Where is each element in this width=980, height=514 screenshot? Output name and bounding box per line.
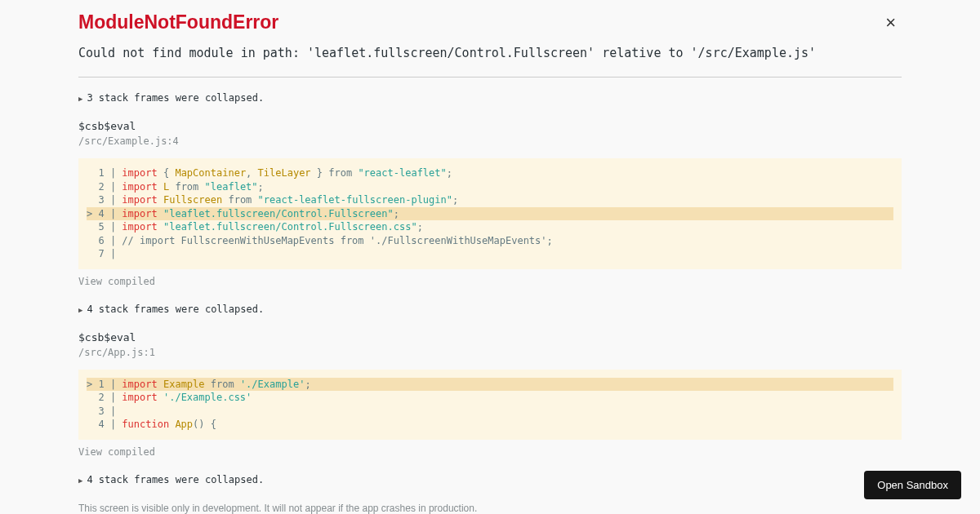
footer-line: This screen is visible only in developme… (78, 502, 902, 514)
error-title: ModuleNotFoundError (78, 11, 902, 33)
error-overlay: ModuleNotFoundError Could not find modul… (0, 0, 980, 514)
code-block: > 1 | import Example from './Example'; 2… (78, 370, 902, 440)
frame-location[interactable]: /src/App.js:1 (78, 347, 902, 358)
collapse-toggle-2[interactable]: 4 stack frames were collapsed. (78, 304, 902, 315)
frame-function-name: $csb$eval (78, 331, 902, 343)
close-icon[interactable]: × (885, 14, 896, 32)
error-message: Could not find module in path: 'leaflet.… (78, 45, 902, 62)
frame-location[interactable]: /src/Example.js:4 (78, 135, 902, 147)
footer-text: This screen is visible only in developme… (78, 502, 902, 514)
frame-function-name: $csb$eval (78, 120, 902, 132)
collapse-toggle-1[interactable]: 3 stack frames were collapsed. (78, 92, 902, 104)
collapse-toggle-3[interactable]: 4 stack frames were collapsed. (78, 474, 902, 485)
view-compiled-link[interactable]: View compiled (78, 446, 902, 458)
open-sandbox-button[interactable]: Open Sandbox (864, 471, 961, 499)
code-block: 1 | import { MapContainer, TileLayer } f… (78, 158, 902, 269)
view-compiled-link[interactable]: View compiled (78, 276, 902, 287)
divider (78, 77, 902, 78)
